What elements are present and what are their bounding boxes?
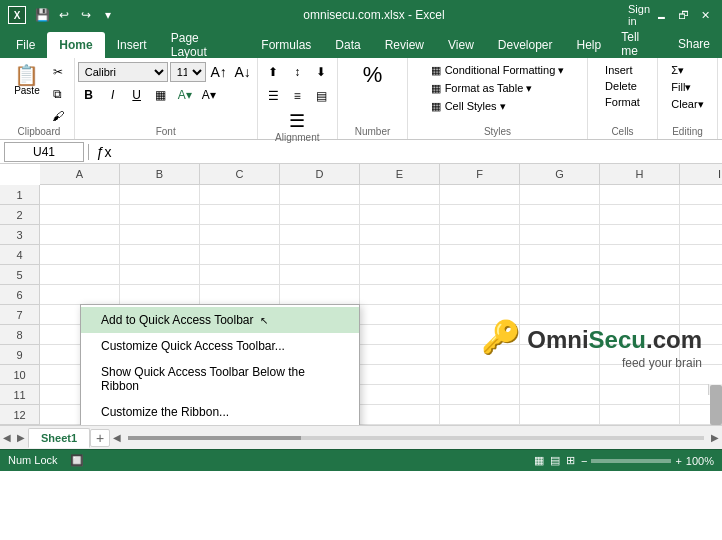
cell[interactable] xyxy=(440,385,520,405)
cell[interactable] xyxy=(200,205,280,225)
function-button[interactable]: ƒx xyxy=(93,142,115,162)
sheet-tab-sheet1[interactable]: Sheet1 xyxy=(28,428,90,448)
cell[interactable] xyxy=(600,205,680,225)
cell[interactable] xyxy=(520,185,600,205)
menu-item-customize-quick-access[interactable]: Customize Quick Access Toolbar... xyxy=(81,333,359,359)
tab-formulas[interactable]: Formulas xyxy=(249,32,323,58)
tab-insert[interactable]: Insert xyxy=(105,32,159,58)
formula-input[interactable] xyxy=(119,142,718,162)
quick-access-dropdown[interactable]: ▾ xyxy=(98,5,118,25)
cell[interactable] xyxy=(360,345,440,365)
tab-developer[interactable]: Developer xyxy=(486,32,565,58)
cell[interactable] xyxy=(440,305,520,325)
tell-me-button[interactable]: Tell me xyxy=(613,30,666,58)
increase-font-button[interactable]: A↑ xyxy=(208,62,230,82)
tab-home[interactable]: Home xyxy=(47,32,104,58)
cell[interactable] xyxy=(40,185,120,205)
restore-button[interactable]: 🗗 xyxy=(674,6,692,24)
cell[interactable] xyxy=(360,385,440,405)
decrease-font-button[interactable]: A↓ xyxy=(232,62,254,82)
minimize-button[interactable]: 🗕 xyxy=(652,6,670,24)
cell[interactable] xyxy=(360,365,440,385)
cell[interactable] xyxy=(520,365,600,385)
font-color-button[interactable]: A▾ xyxy=(198,85,220,105)
name-box[interactable] xyxy=(4,142,84,162)
cell[interactable] xyxy=(680,225,722,245)
cell[interactable] xyxy=(440,345,520,365)
bold-button[interactable]: B xyxy=(78,85,100,105)
fill-color-button[interactable]: A▾ xyxy=(174,85,196,105)
cell[interactable] xyxy=(360,285,440,305)
cell[interactable] xyxy=(520,345,600,365)
delete-cells-button[interactable]: Delete xyxy=(601,78,644,94)
cell[interactable] xyxy=(120,225,200,245)
underline-button[interactable]: U xyxy=(126,85,148,105)
tab-file[interactable]: File xyxy=(4,32,47,58)
cell[interactable] xyxy=(40,265,120,285)
cell[interactable] xyxy=(440,185,520,205)
format-cells-button[interactable]: Format xyxy=(601,94,644,110)
cell[interactable] xyxy=(600,325,680,345)
cell[interactable] xyxy=(360,185,440,205)
zoom-out-button[interactable]: − xyxy=(581,455,587,467)
cell[interactable] xyxy=(360,245,440,265)
cell[interactable] xyxy=(520,225,600,245)
cell[interactable] xyxy=(680,245,722,265)
align-middle-button[interactable]: ↕ xyxy=(286,62,308,82)
cell[interactable] xyxy=(200,225,280,245)
cell[interactable] xyxy=(120,205,200,225)
tab-view[interactable]: View xyxy=(436,32,486,58)
align-right-button[interactable]: ▤ xyxy=(310,86,332,106)
cell[interactable] xyxy=(440,325,520,345)
view-normal[interactable]: ▦ xyxy=(534,454,544,467)
format-painter-button[interactable]: 🖌 xyxy=(47,106,69,126)
h-scroll-left[interactable]: ◀ xyxy=(110,431,124,445)
align-center-button[interactable]: ≡ xyxy=(286,86,308,106)
font-size-select[interactable]: 11 xyxy=(170,62,206,82)
cell[interactable] xyxy=(680,185,722,205)
cell[interactable] xyxy=(600,245,680,265)
cell[interactable] xyxy=(680,205,722,225)
cell[interactable] xyxy=(280,245,360,265)
fill-button[interactable]: Fill▾ xyxy=(667,79,707,96)
zoom-in-button[interactable]: + xyxy=(675,455,681,467)
cell[interactable] xyxy=(680,365,722,385)
sheet-scroll-left[interactable]: ◀ xyxy=(0,431,14,445)
autosum-button[interactable]: Σ▾ xyxy=(667,62,707,79)
cell[interactable] xyxy=(360,225,440,245)
cell[interactable] xyxy=(200,285,280,305)
h-scroll-right[interactable]: ▶ xyxy=(708,431,722,445)
cell[interactable] xyxy=(680,325,722,345)
cell[interactable] xyxy=(440,365,520,385)
cell[interactable] xyxy=(280,225,360,245)
cell[interactable] xyxy=(200,185,280,205)
copy-button[interactable]: ⧉ xyxy=(47,84,69,104)
cell[interactable] xyxy=(440,225,520,245)
cell[interactable] xyxy=(40,225,120,245)
cell[interactable] xyxy=(360,205,440,225)
save-button[interactable]: 💾 xyxy=(32,5,52,25)
cell[interactable] xyxy=(600,225,680,245)
view-page-break[interactable]: ⊞ xyxy=(566,454,575,467)
cell[interactable] xyxy=(440,205,520,225)
tab-data[interactable]: Data xyxy=(323,32,372,58)
menu-item-show-below-ribbon[interactable]: Show Quick Access Toolbar Below the Ribb… xyxy=(81,359,359,399)
conditional-formatting-button[interactable]: ▦ Conditional Formatting ▾ xyxy=(427,62,569,79)
cell[interactable] xyxy=(520,325,600,345)
tab-review[interactable]: Review xyxy=(373,32,436,58)
cell[interactable] xyxy=(600,285,680,305)
cell[interactable] xyxy=(120,265,200,285)
close-button[interactable]: ✕ xyxy=(696,6,714,24)
cell[interactable] xyxy=(200,245,280,265)
border-button[interactable]: ▦ xyxy=(150,85,172,105)
align-left-button[interactable]: ☰ xyxy=(262,86,284,106)
paste-button[interactable]: 📋 Paste xyxy=(9,62,45,99)
cell[interactable] xyxy=(600,385,680,405)
cell[interactable] xyxy=(680,305,722,325)
cell[interactable] xyxy=(280,185,360,205)
cell[interactable] xyxy=(680,345,722,365)
add-sheet-button[interactable]: + xyxy=(90,429,110,447)
zoom-slider[interactable] xyxy=(591,459,671,463)
clear-button[interactable]: Clear▾ xyxy=(667,96,707,113)
cell[interactable] xyxy=(520,265,600,285)
